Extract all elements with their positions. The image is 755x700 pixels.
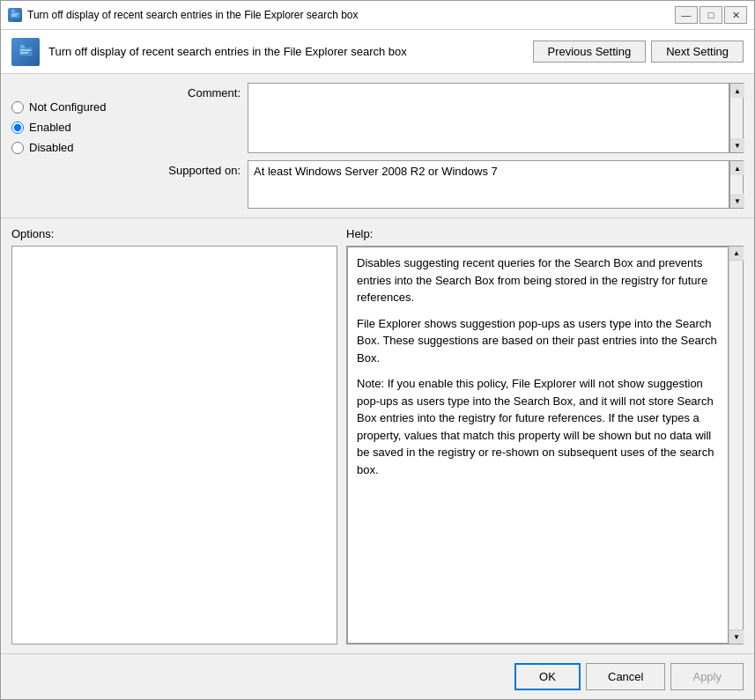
options-box — [11, 246, 337, 645]
help-scrollbar: ▲ ▼ — [729, 247, 743, 644]
maximize-button[interactable]: □ — [699, 6, 722, 24]
supported-scroll-down[interactable]: ▼ — [730, 194, 744, 208]
disabled-label: Disabled — [29, 141, 74, 154]
help-box: Disables suggesting recent queries for t… — [347, 247, 729, 644]
comment-scroll-down[interactable]: ▼ — [730, 138, 744, 152]
header-buttons: Previous Setting Next Setting — [533, 41, 744, 63]
settings-section: Not Configured Enabled Disabled Comment:… — [1, 74, 754, 218]
enabled-label: Enabled — [29, 121, 71, 134]
help-label: Help: — [346, 227, 744, 240]
header-title: Turn off display of recent search entrie… — [48, 45, 533, 58]
cancel-button[interactable]: Cancel — [586, 663, 665, 690]
help-text-1: Disables suggesting recent queries for t… — [357, 254, 719, 306]
svg-rect-5 — [20, 45, 25, 48]
svg-rect-1 — [11, 10, 15, 12]
window-title: Turn off display of recent search entrie… — [27, 9, 675, 21]
form-fields: Comment: ▲ ▼ Supported on: At least Wind… — [152, 83, 744, 209]
ok-button[interactable]: OK — [514, 663, 581, 690]
help-scroll-up[interactable]: ▲ — [729, 247, 744, 261]
help-text-2: File Explorer shows suggestion pop-ups a… — [357, 315, 719, 367]
supported-value-box: At least Windows Server 2008 R2 or Windo… — [248, 160, 729, 209]
window-controls: — □ ✕ — [675, 6, 747, 24]
main-body: Options: Help: Disables suggesting recen… — [1, 218, 754, 653]
comment-label: Comment: — [152, 83, 241, 99]
svg-rect-0 — [10, 11, 20, 18]
apply-button[interactable]: Apply — [670, 663, 744, 690]
next-setting-button[interactable]: Next Setting — [651, 41, 744, 63]
enabled-radio[interactable]: Enabled — [11, 121, 144, 134]
comment-textarea[interactable] — [248, 83, 729, 153]
header-content: Turn off display of recent search entrie… — [11, 38, 533, 66]
radio-group: Not Configured Enabled Disabled — [11, 83, 144, 209]
supported-label: Supported on: — [152, 160, 241, 177]
supported-scroll-up[interactable]: ▲ — [730, 161, 744, 175]
help-box-wrapper: Disables suggesting recent queries for t… — [346, 246, 744, 645]
help-panel: Help: Disables suggesting recent queries… — [346, 227, 744, 645]
header-section: Turn off display of recent search entrie… — [1, 30, 754, 74]
comment-scroll-up[interactable]: ▲ — [730, 84, 744, 98]
header-icon — [11, 38, 40, 66]
close-button[interactable]: ✕ — [724, 6, 747, 24]
help-text-3: Note: If you enable this policy, File Ex… — [357, 375, 719, 478]
options-panel: Options: — [11, 227, 337, 645]
minimize-button[interactable]: — — [675, 6, 698, 24]
supported-row: Supported on: At least Windows Server 20… — [152, 160, 744, 209]
title-bar: Turn off display of recent search entrie… — [1, 1, 754, 30]
footer: OK Cancel Apply — [1, 653, 754, 699]
not-configured-label: Not Configured — [29, 100, 106, 114]
supported-value: At least Windows Server 2008 R2 or Windo… — [254, 165, 498, 178]
main-window: Turn off display of recent search entrie… — [0, 0, 755, 700]
disabled-radio[interactable]: Disabled — [11, 141, 144, 154]
app-icon — [8, 8, 22, 22]
previous-setting-button[interactable]: Previous Setting — [533, 41, 647, 63]
options-label: Options: — [11, 227, 337, 240]
help-scroll-down[interactable]: ▼ — [729, 630, 744, 644]
comment-row: Comment: ▲ ▼ — [152, 83, 744, 153]
not-configured-radio[interactable]: Not Configured — [11, 100, 144, 114]
